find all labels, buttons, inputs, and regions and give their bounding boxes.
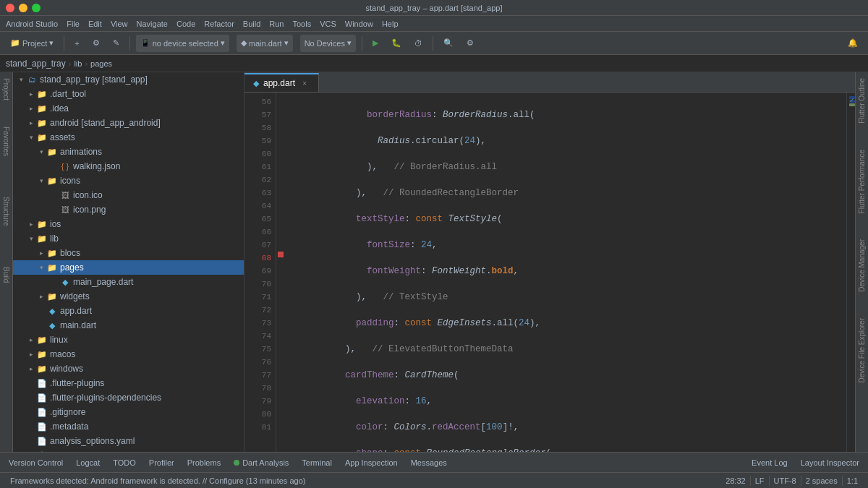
profile-button[interactable]: ⏱ <box>410 35 427 52</box>
tree-item-assets[interactable]: ▾ 📁 assets <box>13 130 244 145</box>
menu-item-build[interactable]: Build <box>243 20 260 28</box>
notifications-button[interactable]: 🔔 <box>843 35 862 52</box>
event-log-tab[interactable]: Event Log <box>746 454 793 471</box>
menu-item-run[interactable]: Run <box>269 20 284 28</box>
tree-item-main-dart[interactable]: ▸ ◆ main.dart <box>13 318 244 333</box>
menu-item-file[interactable]: File <box>67 20 80 28</box>
breadcrumb-pages[interactable]: pages <box>90 59 112 68</box>
tree-item-pages[interactable]: ▾ 📁 pages <box>13 260 244 275</box>
tree-item-main-page-dart[interactable]: ▸ ◆ main_page.dart <box>13 275 244 289</box>
profiler-label: Profiler <box>149 458 174 467</box>
tree-item-project-root[interactable]: ▾ 🗂 stand_app_tray [stand_app] <box>13 72 244 87</box>
tree-item-ios[interactable]: ▸ 📁 ios <box>13 217 244 231</box>
menu-item-help[interactable]: Help <box>382 20 399 28</box>
search-everywhere-button[interactable]: 🔍 <box>439 35 458 52</box>
settings-button[interactable]: ⚙ <box>462 35 478 52</box>
status-message[interactable]: Frameworks detected: Android framework i… <box>6 473 310 489</box>
ios-folder-icon: 📁 <box>36 218 48 230</box>
menu-item-refactor[interactable]: Refactor <box>204 20 234 28</box>
edit-config-button[interactable]: ✎ <box>109 35 124 52</box>
tree-item-macos[interactable]: ▸ 📁 macos <box>13 347 244 361</box>
tree-item-android[interactable]: ▸ 📁 android [stand_app_android] <box>13 116 244 130</box>
layout-inspector-tab[interactable]: Layout Inspector <box>795 454 865 471</box>
menu-item-edit[interactable]: Edit <box>88 20 102 28</box>
tree-item-widgets[interactable]: ▸ 📁 widgets <box>13 289 244 304</box>
tree-item-walking-json[interactable]: ▸ { } walking.json <box>13 159 244 174</box>
left-panel-build[interactable]: Build <box>0 261 12 288</box>
device-selector[interactable]: 📱 no device selected ▾ <box>136 35 229 52</box>
version-control-tab[interactable]: Version Control <box>3 454 69 471</box>
project-dropdown[interactable]: 📁 Project ▾ <box>6 35 58 52</box>
status-line-col[interactable]: 1:1 <box>843 473 862 489</box>
code-editor[interactable]: 56 57 58 59 60 61 62 63 64 65 66 67 68 6… <box>244 93 855 452</box>
breadcrumb-lib[interactable]: lib <box>74 59 82 68</box>
tree-item-dart-tool[interactable]: ▸ 📁 .dart_tool <box>13 87 244 101</box>
tree-item-app-dart[interactable]: ▸ ◆ app.dart <box>13 304 244 318</box>
menu-item-code[interactable]: Code <box>176 20 195 28</box>
tree-item-idea[interactable]: ▸ 📁 .idea <box>13 101 244 116</box>
tree-item-metadata[interactable]: ▸ 📄 .metadata <box>13 419 244 434</box>
messages-tab[interactable]: Messages <box>405 454 453 471</box>
terminal-tab[interactable]: Terminal <box>296 454 338 471</box>
tree-item-animations[interactable]: ▾ 📁 animations <box>13 145 244 159</box>
menu-item-android-studio[interactable]: Android Studio <box>6 20 58 28</box>
status-indent[interactable]: 2 spaces <box>801 473 842 489</box>
problems-tab[interactable]: Problems <box>182 454 226 471</box>
menu-item-window[interactable]: Window <box>345 20 373 28</box>
toolbar-separator-4 <box>433 36 433 51</box>
maximize-button[interactable] <box>32 4 41 12</box>
main-dart-selector[interactable]: ◆ main.dart ▾ <box>237 35 293 52</box>
tree-item-lib[interactable]: ▾ 📁 lib <box>13 231 244 246</box>
dart-analysis-tab[interactable]: Dart Analysis <box>228 454 294 471</box>
device-file-explorer-panel[interactable]: Device File Explorer <box>856 312 868 388</box>
tree-item-analysis-options[interactable]: ▸ 📄 analysis_options.yaml <box>13 434 244 448</box>
close-tab-button[interactable]: × <box>299 78 310 88</box>
profiler-tab[interactable]: Profiler <box>143 454 180 471</box>
tree-item-icon-ico[interactable]: ▸ 🖼 icon.ico <box>13 188 244 202</box>
widgets-folder-icon: 📁 <box>46 291 58 302</box>
menu-item-vcs[interactable]: VCS <box>320 20 336 28</box>
no-devices-selector[interactable]: No Devices ▾ <box>300 35 356 52</box>
editor-tab-app-dart[interactable]: ◆ app.dart × <box>244 73 319 92</box>
icons-folder-icon: 📁 <box>46 175 58 187</box>
breadcrumb-project[interactable]: stand_app_tray <box>6 59 66 69</box>
expand-icon: ▾ <box>16 74 26 85</box>
folder-icon: 📁 <box>36 88 48 100</box>
status-encoding[interactable]: UTF-8 <box>770 473 801 489</box>
tree-item-blocs[interactable]: ▸ 📁 blocs <box>13 246 244 260</box>
tree-item-flutter-plugins-dep[interactable]: ▸ 📄 .flutter-plugins-dependencies <box>13 390 244 405</box>
minimize-button[interactable] <box>19 4 27 12</box>
terminal-label: Terminal <box>302 458 332 467</box>
flutter-performance-panel[interactable]: Flutter Performance <box>856 144 868 219</box>
editor-area: ◆ app.dart × 56 57 58 59 60 61 62 63 64 … <box>244 72 855 452</box>
left-panel-structure[interactable]: Structure <box>0 191 12 232</box>
run-config-button[interactable]: ⚙ <box>88 35 104 52</box>
main-area: Project Favorites Structure Build ▾ 🗂 st… <box>0 72 868 452</box>
tree-item-pubspec-lock[interactable]: ▸ 🔒 pubspec.lock <box>13 448 244 452</box>
left-panel-favorites[interactable]: Favorites <box>0 121 12 162</box>
tree-item-flutter-plugins[interactable]: ▸ 📄 .flutter-plugins <box>13 376 244 390</box>
code-line-69: shape: const RoundedRectangleBorder( <box>291 447 841 452</box>
dart-file-icon: ◆ <box>59 276 71 288</box>
status-lf[interactable]: LF <box>751 473 769 489</box>
app-inspection-tab[interactable]: App Inspection <box>339 454 404 471</box>
tree-item-gitignore[interactable]: ▸ 📄 .gitignore <box>13 405 244 419</box>
menu-item-tools[interactable]: Tools <box>292 20 311 28</box>
toolbar-separator-3 <box>362 36 362 51</box>
logcat-tab[interactable]: Logcat <box>70 454 106 471</box>
tree-item-windows[interactable]: ▸ 📁 windows <box>13 361 244 376</box>
close-button[interactable] <box>6 4 14 12</box>
status-time[interactable]: 28:32 <box>721 473 750 489</box>
menu-item-view[interactable]: View <box>111 20 128 28</box>
run-button[interactable]: ▶ <box>368 35 383 52</box>
tree-item-icon-png[interactable]: ▸ 🖼 icon.png <box>13 202 244 217</box>
add-config-button[interactable]: + <box>70 35 83 52</box>
tree-item-linux[interactable]: ▸ 📁 linux <box>13 333 244 347</box>
flutter-outline-panel[interactable]: Flutter Outline <box>856 72 868 129</box>
debug-button[interactable]: 🐛 <box>387 35 406 52</box>
todo-tab[interactable]: TODO <box>107 454 142 471</box>
menu-item-navigate[interactable]: Navigate <box>137 20 168 28</box>
device-manager-panel[interactable]: Device Manager <box>856 234 868 298</box>
left-panel-project[interactable]: Project <box>0 72 12 106</box>
tree-item-icons[interactable]: ▾ 📁 icons <box>13 174 244 188</box>
